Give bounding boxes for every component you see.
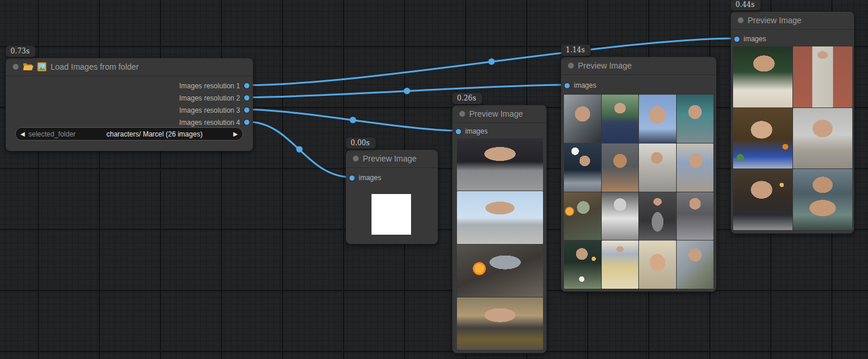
wire-resolution-3 — [247, 110, 459, 131]
preview-thumbnail — [639, 192, 676, 240]
execution-time-badge: 0.73s — [6, 46, 35, 57]
node-load-images-from-folder[interactable]: 0.73s Load Images from folder Images res… — [6, 58, 253, 151]
wire-midpoint-dot — [404, 88, 410, 94]
open-folder-icon — [23, 63, 33, 71]
input-row: images — [452, 124, 546, 138]
output-row: Images resolution 2 — [6, 92, 253, 104]
collapse-dot-icon[interactable] — [738, 17, 744, 23]
preview-thumbnail — [793, 169, 852, 230]
preview-thumbnail — [793, 108, 852, 169]
preview-thumbnail — [677, 95, 714, 143]
node-title: Preview Image — [363, 154, 417, 163]
input-row: images — [731, 32, 854, 46]
node-graph-canvas[interactable]: 0.73s Load Images from folder Images res… — [0, 0, 868, 359]
node-preview-image-column[interactable]: 0.26s Preview Image images — [452, 105, 546, 353]
input-label: images — [359, 174, 381, 182]
preview-thumbnail — [639, 95, 676, 143]
combo-next-arrow-icon[interactable]: ▶ — [233, 131, 238, 137]
input-row: images — [561, 78, 716, 92]
output-row: Images resolution 3 — [6, 104, 253, 116]
combo-widget-name: selected_folder — [28, 130, 76, 138]
preview-thumbnail — [602, 143, 639, 192]
preview-thumbnail — [372, 194, 411, 235]
preview-thumbnail — [639, 143, 676, 192]
preview-thumbnail — [564, 240, 601, 289]
input-label: images — [465, 127, 488, 135]
preview-thumbnail — [677, 192, 714, 240]
output-label: Images resolution 3 — [179, 106, 240, 114]
preview-image-grid — [733, 46, 852, 230]
output-label: Images resolution 4 — [179, 119, 240, 127]
collapse-dot-icon[interactable] — [13, 64, 19, 70]
output-label: Images resolution 1 — [179, 82, 240, 90]
preview-thumbnail — [457, 245, 543, 297]
collapse-dot-icon[interactable] — [459, 111, 465, 117]
node-preview-image-blank[interactable]: 0.00s Preview Image images — [346, 150, 438, 244]
preview-thumbnail — [733, 169, 792, 230]
combo-widget-value: characters/ Marcel (26 images) — [76, 130, 233, 138]
execution-time-badge: 0.26s — [452, 93, 482, 104]
output-port-images-resolution-4[interactable] — [244, 120, 249, 125]
node-title: Preview Image — [748, 16, 802, 25]
preview-thumbnail — [457, 191, 543, 243]
output-port-images-resolution-3[interactable] — [244, 107, 249, 113]
preview-thumbnail — [733, 108, 792, 169]
output-port-images-resolution-1[interactable] — [244, 83, 249, 88]
execution-time-badge: 0.44s — [731, 0, 760, 10]
input-port-images[interactable] — [565, 83, 570, 88]
preview-thumbnail — [602, 95, 639, 143]
input-label: images — [744, 35, 766, 43]
preview-thumbnail — [602, 192, 639, 240]
preview-image-grid — [564, 95, 713, 289]
wire-resolution-4 — [247, 122, 352, 178]
execution-time-badge: 0.00s — [346, 138, 376, 149]
wire-midpoint-dot — [350, 117, 356, 123]
input-label: images — [574, 81, 596, 89]
node-preview-image-grid6[interactable]: 0.44s Preview Image images — [731, 12, 854, 234]
node-titlebar[interactable]: Preview Image — [452, 105, 546, 123]
preview-thumbnail — [733, 46, 792, 107]
input-port-images[interactable] — [734, 37, 740, 42]
execution-time-badge: 1.14s — [561, 45, 591, 56]
collapse-dot-icon[interactable] — [568, 63, 574, 69]
preview-thumbnail — [639, 240, 676, 289]
wire-midpoint-dot — [488, 59, 495, 65]
input-row: images — [346, 171, 438, 185]
node-titlebar[interactable]: Preview Image — [561, 57, 716, 75]
node-title: Load Images from folder — [51, 62, 139, 71]
wire-midpoint-dot — [297, 146, 303, 153]
framed-picture-icon — [37, 62, 47, 71]
preview-thumbnail — [602, 240, 639, 289]
output-row: Images resolution 1 — [6, 80, 253, 92]
preview-thumbnail — [677, 143, 714, 192]
preview-thumbnail — [564, 95, 601, 143]
preview-thumbnail — [457, 138, 543, 191]
preview-image-stack — [457, 138, 543, 350]
output-port-images-resolution-2[interactable] — [244, 95, 249, 100]
input-port-images[interactable] — [456, 129, 461, 134]
preview-thumbnail — [677, 240, 714, 289]
node-title: Preview Image — [578, 61, 632, 70]
combo-prev-arrow-icon[interactable]: ◀ — [20, 131, 25, 137]
output-row: Images resolution 4 — [6, 116, 253, 128]
node-titlebar[interactable]: Preview Image — [731, 12, 854, 30]
preview-thumbnail — [564, 143, 601, 192]
preview-thumbnail — [793, 46, 852, 107]
preview-thumbnail — [457, 297, 543, 350]
wire-resolution-2 — [247, 85, 567, 98]
node-titlebar[interactable]: Load Images from folder — [6, 58, 253, 76]
preview-thumbnail — [564, 192, 601, 240]
input-port-images[interactable] — [349, 175, 355, 181]
selected-folder-combo-widget[interactable]: ◀ selected_folder characters/ Marcel (26… — [15, 127, 243, 141]
node-preview-image-grid16[interactable]: 1.14s Preview Image images — [561, 57, 716, 292]
node-title: Preview Image — [469, 109, 523, 119]
output-label: Images resolution 2 — [179, 94, 240, 102]
collapse-dot-icon[interactable] — [353, 156, 359, 161]
node-titlebar[interactable]: Preview Image — [346, 150, 438, 168]
